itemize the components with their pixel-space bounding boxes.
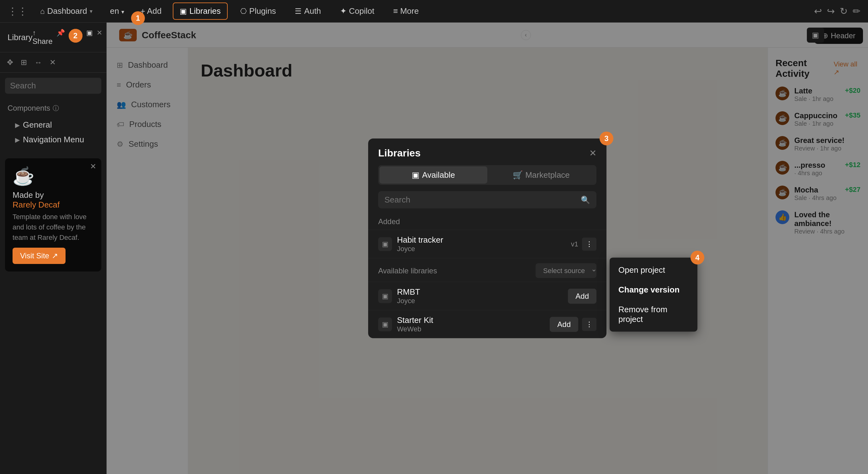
components-section: Components ⓘ ▶ General ▶ Navigation Menu [0, 99, 106, 152]
library-item-habit-tracker: ▣ Habit tracker Joyce v1 ⋮ [368, 230, 607, 258]
search-input[interactable] [10, 81, 112, 91]
available-libraries-header: Available libraries Select source [368, 258, 607, 282]
promo-close-button[interactable]: ✕ [90, 162, 96, 171]
library-item-name: Starter Kit [397, 315, 545, 325]
promo-brand: Rarely Decaf [12, 200, 60, 210]
promo-icon: ☕ [12, 166, 94, 187]
modal-close-button[interactable]: ✕ [589, 148, 596, 158]
modal-tabs: ▣ Available 🛒 Marketplace [378, 165, 596, 185]
plugins-tab-icon: ⎔ [240, 7, 247, 16]
library-item-info: Starter Kit WeWeb [397, 315, 545, 333]
added-section-label: Added [368, 215, 607, 230]
tab-dashboard[interactable]: ⌂ Dashboard ▾ [34, 3, 99, 19]
tab-copilot-label: ✦ Copilot [340, 6, 374, 16]
share-button[interactable]: ↑ Share [32, 29, 52, 46]
context-menu-open-project[interactable]: Open project [610, 260, 698, 280]
marketplace-tab-label: Marketplace [525, 170, 570, 180]
library-item-icon: ▣ [378, 289, 392, 303]
layout-icon[interactable]: ▣ [86, 29, 93, 46]
tab-copilot[interactable]: ✦ Copilot [334, 3, 381, 19]
library-item-name: RMBT [397, 287, 563, 297]
tab-dashboard-label: Dashboard [48, 6, 87, 16]
menu-dots-icon[interactable]: ⋮⋮ [7, 5, 28, 17]
external-link-icon: ↗ [52, 251, 58, 260]
modal-body: Added ▣ Habit tracker Joyce v1 ⋮ Availab… [368, 215, 607, 338]
libraries-tab-icon: ▣ [180, 7, 187, 16]
pin-icon[interactable]: 📌 [57, 29, 65, 46]
available-label: Available libraries [378, 266, 437, 275]
info-icon: ⓘ [53, 104, 59, 113]
dropdown-icon: ▾ [90, 8, 93, 15]
step-badge-2: 2 [69, 29, 83, 43]
panel-header-icons: ↑ Share 📌 2 ▣ ✕ [32, 29, 102, 46]
tree-item-navigation-label: Navigation Menu [23, 135, 84, 145]
undo-button[interactable]: ↩ [814, 6, 822, 17]
search-bar: 🔍 [5, 78, 101, 94]
library-item-author: Joyce [397, 297, 563, 305]
libraries-modal: Libraries ✕ ▣ Available 🛒 Marketplace 🔍 [368, 138, 607, 338]
step-badge-1: 1 [131, 11, 145, 25]
components-label: Components ⓘ [7, 104, 99, 113]
library-item-author: WeWeb [397, 325, 545, 333]
tab-more[interactable]: ≡ More [387, 3, 425, 19]
tab-plugins-label: Plugins [249, 6, 276, 16]
context-menu-change-version[interactable]: Change version [610, 280, 698, 300]
tab-available[interactable]: ▣ Available [379, 166, 487, 184]
tab-auth-label: Auth [304, 6, 321, 16]
auth-tab-icon: ☰ [295, 7, 302, 16]
modal-header: Libraries ✕ [368, 138, 607, 165]
library-version: v1 [571, 240, 578, 248]
promo-card: ✕ ☕ Made by Rarely Decaf Template done w… [5, 158, 101, 272]
modal-title: Libraries [378, 147, 421, 159]
topbar-actions: ↩ ↪ ↻ ✏ [814, 6, 861, 17]
context-menu-remove-project[interactable]: Remove from project [610, 300, 698, 329]
tool-arrow-icon[interactable]: ↔ [33, 56, 44, 69]
refresh-button[interactable]: ↻ [840, 6, 848, 17]
library-title: Library [7, 33, 32, 42]
topbar: ⋮⋮ ⌂ Dashboard ▾ en ▾ + Add ▣ Libraries … [0, 0, 868, 23]
tree-item-general-label: General [23, 120, 52, 130]
library-item-actions: Add [568, 288, 596, 304]
promo-title: Made by Rarely Decaf [12, 190, 94, 210]
tree-item-navigation[interactable]: ▶ Navigation Menu [7, 132, 99, 147]
modal-search: 🔍 [378, 191, 596, 209]
library-options-button[interactable]: ⋮ [582, 237, 596, 251]
tool-grid-icon[interactable]: ⊞ [19, 56, 29, 69]
library-item-author: Joyce [397, 245, 566, 253]
add-starter-kit-button[interactable]: Add [550, 317, 578, 332]
modal-search-input[interactable] [384, 195, 577, 205]
library-item-actions: v1 ⋮ [571, 237, 596, 251]
add-rmbt-button[interactable]: Add [568, 288, 596, 304]
close-panel-icon[interactable]: ✕ [97, 29, 102, 46]
source-select[interactable]: Select source [536, 263, 596, 278]
marketplace-tab-icon: 🛒 [513, 170, 523, 180]
visit-site-button[interactable]: Visit Site ↗ [12, 248, 66, 264]
tool-close-icon[interactable]: ✕ [48, 56, 58, 69]
edit-button[interactable]: ✏ [852, 6, 861, 17]
tool-move-icon[interactable]: ✥ [5, 56, 15, 69]
tree-item-general[interactable]: ▶ General [7, 118, 99, 132]
library-item-rmbt: ▣ RMBT Joyce Add [368, 282, 607, 310]
dashboard-tab-icon: ⌂ [40, 7, 45, 16]
library-item-info: Habit tracker Joyce [397, 235, 566, 253]
available-tab-icon: ▣ [412, 170, 420, 180]
context-menu: Open project Change version Remove from … [610, 258, 698, 332]
tab-auth[interactable]: ☰ Auth [288, 3, 328, 19]
tab-more-label: ≡ More [393, 6, 419, 16]
redo-button[interactable]: ↪ [827, 6, 835, 17]
library-item-actions: Add ⋮ [550, 317, 596, 332]
tab-marketplace[interactable]: 🛒 Marketplace [487, 166, 595, 184]
tab-plugins[interactable]: ⎔ Plugins [234, 3, 282, 19]
panel-tools: ✥ ⊞ ↔ ✕ [0, 52, 106, 73]
language-selector[interactable]: en ▾ [105, 4, 129, 19]
expand-arrow-icon: ▶ [15, 121, 20, 129]
step-badge-4: 4 [690, 251, 704, 264]
available-tab-label: Available [422, 170, 455, 180]
tab-libraries[interactable]: ▣ Libraries [173, 2, 228, 20]
center-area: ☕ CoffeeStack ‹ ⊕ Header ▣ ⊞ Dashboard [106, 23, 868, 474]
left-panel: Library ↑ Share 📌 2 ▣ ✕ ✥ ⊞ ↔ ✕ � [0, 23, 106, 474]
starter-kit-options-button[interactable]: ⋮ [582, 318, 596, 331]
library-item-starter-kit: ▣ Starter Kit WeWeb Add ⋮ [368, 310, 607, 338]
library-item-info: RMBT Joyce [397, 287, 563, 305]
left-panel-header: Library ↑ Share 📌 2 ▣ ✕ [0, 23, 106, 52]
